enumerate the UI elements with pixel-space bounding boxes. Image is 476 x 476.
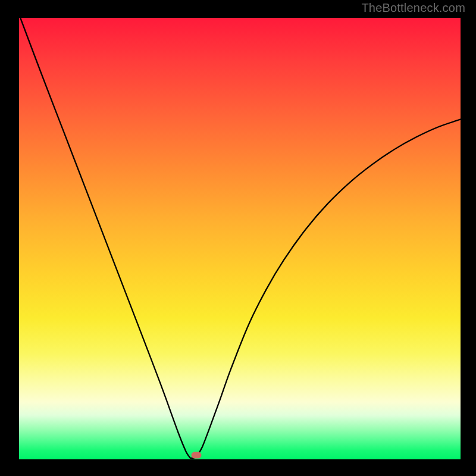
optimum-marker	[191, 452, 201, 459]
watermark-text: TheBottleneck.com	[361, 1, 465, 15]
chart-frame: TheBottleneck.com	[0, 0, 476, 476]
bottleneck-curve	[19, 18, 461, 459]
